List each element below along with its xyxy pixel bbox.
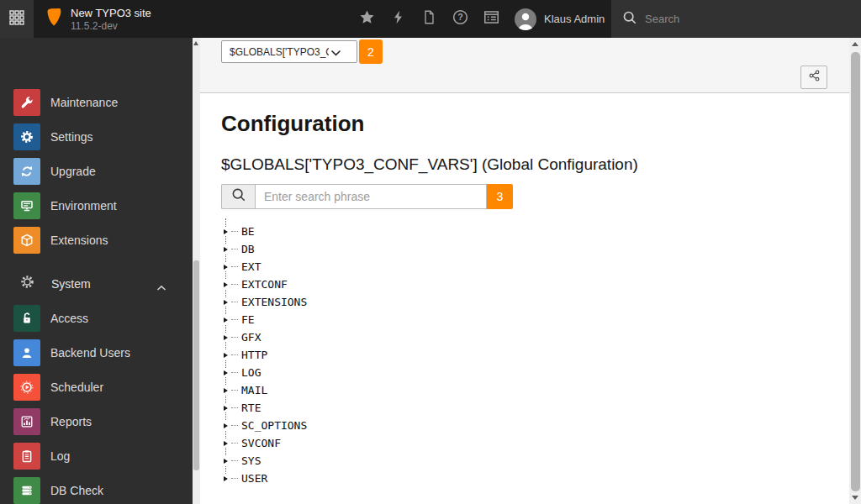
typo3-backend: New TYPO3 site 11.5.2-dev (0, 0, 861, 504)
sidebar-item-log[interactable]: Log (0, 438, 193, 473)
user-icon (13, 339, 40, 366)
sidebar-item-extensions[interactable]: Extensions (0, 223, 193, 257)
tree-node[interactable]: FE (224, 311, 307, 328)
document-icon (422, 9, 436, 29)
caret-right-icon[interactable] (224, 368, 231, 377)
sidebar-item-backend-users[interactable]: Backend Users (0, 335, 193, 370)
sidebar-item-db-check[interactable]: DB Check (0, 473, 193, 504)
global-search-input[interactable] (645, 13, 830, 25)
content-scrollbar[interactable] (849, 38, 861, 504)
gear-icon (13, 123, 40, 150)
topbar: New TYPO3 site 11.5.2-dev (0, 0, 861, 38)
sidebar-item-label: Settings (50, 130, 93, 144)
sidebar-item-settings[interactable]: Settings (0, 119, 193, 154)
tree-node[interactable]: SC_OPTIONS (224, 417, 307, 434)
sidebar-item-label: DB Check (50, 484, 103, 497)
monitor-icon (13, 192, 40, 219)
config-search-button[interactable]: 3 (487, 184, 513, 209)
typo3-logo (43, 7, 66, 31)
caret-right-icon[interactable] (224, 421, 231, 430)
sidebar-item-label: Access (50, 312, 88, 325)
avatar (515, 8, 536, 30)
sidebar-section-system[interactable]: System (0, 266, 193, 301)
tree-node[interactable]: EXT (224, 258, 307, 276)
bookmarks-button[interactable] (358, 10, 376, 28)
caret-right-icon[interactable] (224, 244, 231, 254)
dropdown-step-badge: 2 (359, 39, 383, 64)
topbar-search (611, 0, 861, 38)
caret-right-icon[interactable] (224, 333, 231, 342)
caret-right-icon[interactable] (224, 315, 231, 324)
caret-right-icon[interactable] (224, 474, 231, 483)
chevron-up-icon (156, 280, 166, 295)
caret-right-icon[interactable] (224, 456, 231, 465)
clear-cache-button[interactable] (389, 10, 407, 28)
tree-node[interactable]: SVCONF (224, 434, 307, 452)
play-circle-icon (13, 374, 40, 401)
scroll-up-arrow-icon[interactable] (852, 42, 858, 46)
sidebar-item-upgrade[interactable]: Upgrade (0, 154, 193, 188)
tree-node[interactable]: SYS (224, 452, 307, 470)
config-tree: BE DB EXT EXTCONF EXTENSIONS FE GFX HTTP… (224, 223, 307, 487)
systeminfo-button[interactable] (483, 10, 500, 28)
scroll-up-arrow-icon[interactable] (193, 41, 198, 45)
sidebar-item-maintenance[interactable]: Maintenance (0, 85, 193, 119)
caret-right-icon[interactable] (224, 297, 231, 307)
config-search-input[interactable] (255, 184, 487, 209)
bar-chart-icon (13, 408, 40, 435)
caret-right-icon[interactable] (224, 438, 231, 448)
star-icon (359, 9, 375, 29)
conf-vars-dropdown[interactable]: $GLOBALS['TYPO3_CO (221, 40, 357, 63)
tree-node[interactable]: DB (224, 240, 307, 258)
caret-right-icon[interactable] (224, 350, 231, 360)
tree-node[interactable]: EXTENSIONS (224, 293, 307, 311)
caret-right-icon[interactable] (224, 280, 231, 289)
sidebar-item-label: Upgrade (50, 165, 96, 178)
sidebar-scrollbar-thumb[interactable] (193, 260, 199, 470)
module-menu-toggle-button[interactable] (0, 0, 34, 38)
caret-right-icon[interactable] (224, 227, 231, 236)
sidebar-item-access[interactable]: Access (0, 301, 193, 335)
help-button[interactable]: ? (452, 10, 469, 28)
tree-node[interactable]: MAIL (224, 381, 307, 399)
bolt-icon (391, 9, 405, 29)
tree-node[interactable]: RTE (224, 399, 307, 417)
scroll-down-arrow-icon[interactable] (852, 496, 858, 500)
caret-right-icon[interactable] (224, 262, 231, 271)
sidebar-item-environment[interactable]: Environment (0, 188, 193, 223)
content-scrollbar-thumb[interactable] (851, 52, 860, 491)
site-version: 11.5.2-dev (71, 20, 151, 32)
tree-node[interactable]: USER (224, 470, 307, 487)
sidebar-item-scheduler[interactable]: Scheduler (0, 370, 193, 404)
sidebar-item-label: Extensions (50, 234, 108, 247)
sidebar-item-reports[interactable]: Reports (0, 404, 193, 438)
tree-node[interactable]: GFX (224, 328, 307, 346)
sidebar-scrollbar[interactable] (193, 38, 200, 504)
site-info: New TYPO3 site 11.5.2-dev (71, 7, 151, 32)
search-icon (611, 10, 637, 29)
wrench-icon (13, 89, 40, 116)
user-menu-button[interactable]: Klaus Admin (515, 0, 605, 38)
section-title: $GLOBALS['TYPO3_CONF_VARS'] (Global Conf… (221, 155, 638, 174)
arrows-circle-icon (13, 158, 40, 185)
share-button[interactable] (800, 66, 827, 89)
caret-right-icon[interactable] (224, 386, 231, 395)
tree-node[interactable]: EXTCONF (224, 276, 307, 293)
help-icon: ? (452, 9, 468, 29)
module-menu: Maintenance Settings Upgrade (0, 38, 193, 504)
tree-node[interactable]: BE (224, 223, 307, 240)
search-icon (231, 187, 246, 206)
caret-right-icon[interactable] (224, 403, 231, 412)
clipboard-icon (13, 443, 40, 470)
tree-node[interactable]: LOG (224, 364, 307, 381)
content-area: $GLOBALS['TYPO3_CO 2 Configuration $GL (199, 38, 861, 504)
svg-text:?: ? (457, 12, 463, 22)
sidebar-item-label: Log (50, 449, 70, 463)
sidebar-section-label: System (51, 277, 91, 291)
tree-node[interactable]: HTTP (224, 346, 307, 364)
open-document-button[interactable] (420, 10, 438, 28)
chevron-down-icon (329, 45, 341, 60)
open-lock-icon (13, 305, 40, 332)
site-title: New TYPO3 site (71, 7, 151, 20)
sidebar-item-label: Backend Users (50, 346, 130, 360)
